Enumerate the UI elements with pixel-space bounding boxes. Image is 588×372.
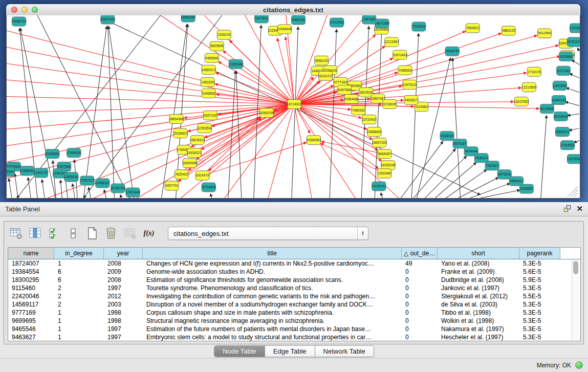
table-row[interactable]: 946554611997Estimation of the future num… xyxy=(8,325,580,333)
graph-node[interactable]: 11568189 xyxy=(20,166,35,176)
column-select-icon[interactable] xyxy=(28,226,42,240)
select-columns-check-icon[interactable] xyxy=(47,226,61,240)
graph-node[interactable]: 9558120 xyxy=(315,56,329,65)
column-header-pagerank[interactable]: pagerank xyxy=(519,248,560,259)
graph-node[interactable]: 15692971 xyxy=(555,127,570,137)
graph-node[interactable]: 14938222 xyxy=(187,148,202,158)
function-builder-icon[interactable]: f(x) xyxy=(142,226,156,240)
graph-node[interactable]: 12975115 xyxy=(402,80,417,89)
graph-node[interactable]: 9338920 xyxy=(440,132,454,141)
graph-node[interactable]: 16782753 xyxy=(111,184,125,193)
graph-node[interactable]: 7986332 xyxy=(352,105,365,115)
table-cell[interactable]: 2 xyxy=(54,284,104,292)
table-cell[interactable]: 5.3E-5 xyxy=(519,309,560,317)
graph-node[interactable]: 20691406 xyxy=(100,15,115,24)
graph-node[interactable]: 15166823 xyxy=(173,129,188,138)
table-cell[interactable]: 1998 xyxy=(104,317,143,325)
graph-node[interactable]: 8215958 xyxy=(540,104,554,113)
table-cell[interactable]: 0 xyxy=(402,300,438,309)
graph-node[interactable]: 18724007 xyxy=(287,99,302,108)
graph-node[interactable]: 8466160 xyxy=(291,15,305,25)
table-cell[interactable]: 5.3E-5 xyxy=(519,333,560,341)
scrollbar-thumb[interactable] xyxy=(573,261,578,274)
table-cell[interactable]: 6 xyxy=(54,268,104,276)
table-cell[interactable]: 5.3E-5 xyxy=(519,284,560,292)
table-cell[interactable]: Corpus callosum shape and size in male p… xyxy=(143,309,402,317)
graph-node[interactable]: 12093582 xyxy=(552,81,567,90)
table-cell[interactable]: Hescheler et al. (1997) xyxy=(438,333,519,341)
graph-node[interactable]: 12923446 xyxy=(125,188,140,197)
graph-node[interactable]: 6879187 xyxy=(453,139,467,148)
graph-node[interactable]: 14671355 xyxy=(375,19,389,28)
float-panel-icon[interactable] xyxy=(563,205,571,212)
table-cell[interactable]: 5.6E-5 xyxy=(519,268,560,276)
table-cell[interactable]: Genome-wide association studies in ADHD. xyxy=(143,268,402,276)
table-cell[interactable]: 0 xyxy=(402,325,438,333)
graph-node[interactable]: 1461839 xyxy=(201,77,214,86)
row-height-icon[interactable] xyxy=(66,226,80,240)
graph-node[interactable]: 12213967 xyxy=(384,37,399,47)
table-cell[interactable]: Dudbridge et al. (2008) xyxy=(438,276,519,284)
table-cell[interactable]: 9777169 xyxy=(8,309,54,317)
graph-node[interactable]: 18907203 xyxy=(372,138,387,147)
graph-node[interactable]: 9329966 xyxy=(559,52,573,61)
graph-node[interactable]: 18107553 xyxy=(514,97,529,106)
table-cell[interactable]: Nakamura et al. (1997) xyxy=(438,325,519,333)
graph-node[interactable]: 2206143 xyxy=(217,30,231,39)
graph-node[interactable]: 1527602 xyxy=(254,15,268,23)
network-window-titlebar[interactable]: citations_edges.txt xyxy=(6,4,580,16)
graph-node[interactable]: 6497568 xyxy=(338,85,352,94)
table-cell[interactable]: Yano et al. (2008) xyxy=(438,259,519,268)
graph-node[interactable]: 19384554 xyxy=(307,136,321,145)
import-table-icon[interactable] xyxy=(123,226,137,240)
table-cell[interactable]: 1 xyxy=(54,317,104,325)
graph-node[interactable]: 9457791 xyxy=(165,181,179,190)
graph-node[interactable]: 11548408 xyxy=(277,25,292,34)
table-cell[interactable]: Tibbo et al. (1998) xyxy=(438,309,519,317)
graph-node[interactable]: 9860125 xyxy=(502,26,515,35)
table-cell[interactable]: 19384554 xyxy=(8,268,54,276)
graph-node[interactable]: 12353594 xyxy=(197,124,212,133)
table-cell[interactable]: de Silva et al. (2003) xyxy=(438,300,519,309)
table-cell[interactable]: 6 xyxy=(54,276,104,284)
table-cell[interactable]: 1 xyxy=(54,325,104,333)
graph-node[interactable]: 11126997 xyxy=(570,24,580,33)
table-cell[interactable]: Changes of HCN gene expression and I(f) … xyxy=(143,259,402,268)
graph-node[interactable]: 11675300 xyxy=(567,155,580,164)
graph-node[interactable]: 24055724 xyxy=(12,17,27,26)
table-cell[interactable]: 1998 xyxy=(104,309,143,317)
graph-node[interactable]: 6216035 xyxy=(383,99,397,108)
table-cell[interactable]: 0 xyxy=(402,284,438,292)
column-header-short[interactable]: short xyxy=(438,248,519,259)
table-cell[interactable]: 18724007 xyxy=(8,259,54,268)
graph-node[interactable]: 17957223 xyxy=(80,176,95,185)
table-cell[interactable]: 1 xyxy=(54,333,104,341)
graph-node[interactable]: 8471876 xyxy=(497,170,511,179)
graph-node[interactable]: 15878314 xyxy=(190,136,205,145)
graph-node[interactable]: 17359926 xyxy=(67,148,81,158)
table-cell[interactable]: 0 xyxy=(402,317,438,325)
column-header-year[interactable]: year xyxy=(104,248,143,259)
table-cell[interactable]: 0 xyxy=(402,309,438,317)
table-row[interactable]: 1872400712008Changes of HCN gene express… xyxy=(8,259,580,268)
graph-node[interactable]: 9463627 xyxy=(404,95,418,104)
table-cell[interactable]: Franke et al. (2009) xyxy=(438,268,519,276)
table-row[interactable]: 1938455462009Genome-wide association stu… xyxy=(8,268,580,276)
graph-node[interactable]: 13942757 xyxy=(34,168,49,178)
table-cell[interactable]: Disruption of a novel member of a sodium… xyxy=(143,300,402,309)
table-cell[interactable]: 9699695 xyxy=(8,317,54,325)
column-header-out_de[interactable]: △ out_de… xyxy=(402,248,438,259)
table-cell[interactable]: 1997 xyxy=(104,325,143,333)
table-cell[interactable]: Estimation of significance thresholds fo… xyxy=(143,276,402,284)
table-cell[interactable]: Embryonic stem cells: a model to study s… xyxy=(143,333,402,341)
graph-node[interactable]: 2718176 xyxy=(527,67,541,76)
table-cell[interactable]: Structural magnetic resonance image aver… xyxy=(143,317,402,325)
table-cell[interactable]: Jankovic et al. (1997) xyxy=(438,284,519,292)
graph-node[interactable]: 7663822 xyxy=(466,24,480,33)
graph-node[interactable]: 18300295 xyxy=(259,108,274,118)
table-cell[interactable]: 5.3E-5 xyxy=(519,325,560,333)
table-row[interactable]: 1830029562008Estimation of significance … xyxy=(8,276,580,284)
table-cell[interactable]: 5.3E-5 xyxy=(519,300,560,309)
graph-node[interactable]: 8267130 xyxy=(203,111,217,120)
graph-node[interactable]: 15720407 xyxy=(362,115,377,124)
